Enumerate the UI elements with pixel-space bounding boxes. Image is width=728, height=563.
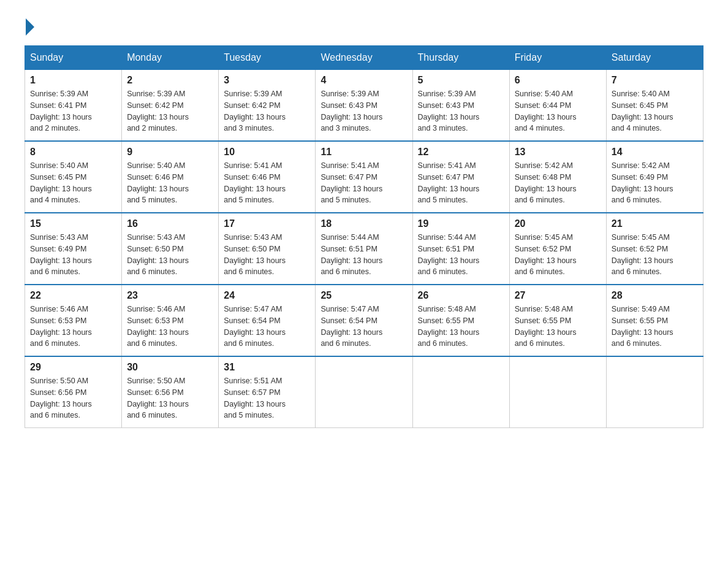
day-info: Sunrise: 5:39 AMSunset: 6:42 PMDaylight:… [224,88,310,134]
calendar-cell: 11 Sunrise: 5:41 AMSunset: 6:47 PMDaylig… [316,141,412,213]
calendar-cell: 31 Sunrise: 5:51 AMSunset: 6:57 PMDaylig… [219,356,316,428]
day-number: 17 [224,218,310,229]
day-info: Sunrise: 5:50 AMSunset: 6:56 PMDaylight:… [127,375,213,421]
day-info: Sunrise: 5:50 AMSunset: 6:56 PMDaylight:… [30,375,116,421]
day-number: 30 [127,362,213,373]
day-info: Sunrise: 5:44 AMSunset: 6:51 PMDaylight:… [320,232,407,278]
day-info: Sunrise: 5:39 AMSunset: 6:43 PMDaylight:… [418,88,504,134]
calendar-week-row: 22 Sunrise: 5:46 AMSunset: 6:53 PMDaylig… [25,285,703,356]
day-number: 21 [612,218,698,229]
day-info: Sunrise: 5:40 AMSunset: 6:46 PMDaylight:… [127,160,213,206]
weekday-header-row: SundayMondayTuesdayWednesdayThursdayFrid… [25,46,703,70]
day-info: Sunrise: 5:46 AMSunset: 6:53 PMDaylight:… [30,304,116,350]
calendar-cell: 9 Sunrise: 5:40 AMSunset: 6:46 PMDayligh… [122,141,219,213]
day-number: 8 [30,147,116,158]
calendar-cell: 8 Sunrise: 5:40 AMSunset: 6:45 PMDayligh… [25,141,122,213]
calendar-cell: 15 Sunrise: 5:43 AMSunset: 6:49 PMDaylig… [25,213,122,285]
day-number: 13 [515,147,601,158]
day-number: 7 [612,75,698,86]
page-header [25,18,703,33]
calendar-cell [316,356,412,428]
logo-arrow-icon [26,18,34,36]
calendar-cell: 7 Sunrise: 5:40 AMSunset: 6:45 PMDayligh… [606,70,703,142]
day-number: 5 [418,75,504,86]
calendar-cell: 22 Sunrise: 5:46 AMSunset: 6:53 PMDaylig… [25,285,122,356]
day-info: Sunrise: 5:43 AMSunset: 6:49 PMDaylight:… [30,232,116,278]
day-info: Sunrise: 5:45 AMSunset: 6:52 PMDaylight:… [612,232,698,278]
day-info: Sunrise: 5:48 AMSunset: 6:55 PMDaylight:… [418,304,504,350]
day-number: 18 [320,218,407,229]
logo-text [25,18,36,36]
calendar-week-row: 8 Sunrise: 5:40 AMSunset: 6:45 PMDayligh… [25,141,703,213]
day-info: Sunrise: 5:39 AMSunset: 6:43 PMDaylight:… [320,88,407,134]
calendar-cell: 18 Sunrise: 5:44 AMSunset: 6:51 PMDaylig… [316,213,412,285]
day-info: Sunrise: 5:40 AMSunset: 6:45 PMDaylight:… [30,160,116,206]
day-info: Sunrise: 5:43 AMSunset: 6:50 PMDaylight:… [224,232,310,278]
day-number: 15 [30,218,116,229]
calendar-week-row: 1 Sunrise: 5:39 AMSunset: 6:41 PMDayligh… [25,70,703,142]
calendar-cell: 6 Sunrise: 5:40 AMSunset: 6:44 PMDayligh… [509,70,606,142]
day-number: 31 [224,362,310,373]
day-number: 28 [612,290,698,301]
calendar-cell [412,356,509,428]
day-number: 9 [127,147,213,158]
calendar-cell: 5 Sunrise: 5:39 AMSunset: 6:43 PMDayligh… [412,70,509,142]
calendar-week-row: 29 Sunrise: 5:50 AMSunset: 6:56 PMDaylig… [25,356,703,428]
weekday-header-friday: Friday [509,46,606,70]
calendar-cell: 23 Sunrise: 5:46 AMSunset: 6:53 PMDaylig… [122,285,219,356]
calendar-cell: 24 Sunrise: 5:47 AMSunset: 6:54 PMDaylig… [219,285,316,356]
day-number: 23 [127,290,213,301]
day-number: 25 [320,290,407,301]
day-number: 22 [30,290,116,301]
day-number: 11 [320,147,407,158]
day-number: 12 [418,147,504,158]
day-info: Sunrise: 5:39 AMSunset: 6:41 PMDaylight:… [30,88,116,134]
weekday-header-tuesday: Tuesday [219,46,316,70]
day-info: Sunrise: 5:41 AMSunset: 6:47 PMDaylight:… [320,160,407,206]
day-info: Sunrise: 5:43 AMSunset: 6:50 PMDaylight:… [127,232,213,278]
calendar-table: SundayMondayTuesdayWednesdayThursdayFrid… [25,45,703,428]
calendar-cell: 20 Sunrise: 5:45 AMSunset: 6:52 PMDaylig… [509,213,606,285]
calendar-cell: 16 Sunrise: 5:43 AMSunset: 6:50 PMDaylig… [122,213,219,285]
calendar-cell: 14 Sunrise: 5:42 AMSunset: 6:49 PMDaylig… [606,141,703,213]
day-info: Sunrise: 5:42 AMSunset: 6:49 PMDaylight:… [612,160,698,206]
day-number: 10 [224,147,310,158]
calendar-week-row: 15 Sunrise: 5:43 AMSunset: 6:49 PMDaylig… [25,213,703,285]
calendar-cell: 21 Sunrise: 5:45 AMSunset: 6:52 PMDaylig… [606,213,703,285]
calendar-cell: 2 Sunrise: 5:39 AMSunset: 6:42 PMDayligh… [122,70,219,142]
day-number: 16 [127,218,213,229]
day-info: Sunrise: 5:46 AMSunset: 6:53 PMDaylight:… [127,304,213,350]
calendar-cell: 26 Sunrise: 5:48 AMSunset: 6:55 PMDaylig… [412,285,509,356]
day-number: 27 [515,290,601,301]
day-number: 29 [30,362,116,373]
weekday-header-saturday: Saturday [606,46,703,70]
day-number: 1 [30,75,116,86]
day-info: Sunrise: 5:45 AMSunset: 6:52 PMDaylight:… [515,232,601,278]
day-info: Sunrise: 5:48 AMSunset: 6:55 PMDaylight:… [515,304,601,350]
day-info: Sunrise: 5:39 AMSunset: 6:42 PMDaylight:… [127,88,213,134]
day-number: 26 [418,290,504,301]
calendar-cell: 25 Sunrise: 5:47 AMSunset: 6:54 PMDaylig… [316,285,412,356]
calendar-cell: 17 Sunrise: 5:43 AMSunset: 6:50 PMDaylig… [219,213,316,285]
day-number: 20 [515,218,601,229]
weekday-header-thursday: Thursday [412,46,509,70]
day-number: 3 [224,75,310,86]
day-number: 14 [612,147,698,158]
day-number: 2 [127,75,213,86]
calendar-cell: 27 Sunrise: 5:48 AMSunset: 6:55 PMDaylig… [509,285,606,356]
calendar-cell: 30 Sunrise: 5:50 AMSunset: 6:56 PMDaylig… [122,356,219,428]
day-number: 6 [515,75,601,86]
calendar-cell: 10 Sunrise: 5:41 AMSunset: 6:46 PMDaylig… [219,141,316,213]
day-info: Sunrise: 5:49 AMSunset: 6:55 PMDaylight:… [612,304,698,350]
weekday-header-wednesday: Wednesday [316,46,412,70]
calendar-cell [606,356,703,428]
calendar-cell: 13 Sunrise: 5:42 AMSunset: 6:48 PMDaylig… [509,141,606,213]
day-info: Sunrise: 5:41 AMSunset: 6:46 PMDaylight:… [224,160,310,206]
day-number: 24 [224,290,310,301]
calendar-cell: 29 Sunrise: 5:50 AMSunset: 6:56 PMDaylig… [25,356,122,428]
calendar-cell: 1 Sunrise: 5:39 AMSunset: 6:41 PMDayligh… [25,70,122,142]
weekday-header-sunday: Sunday [25,46,122,70]
calendar-cell: 19 Sunrise: 5:44 AMSunset: 6:51 PMDaylig… [412,213,509,285]
day-info: Sunrise: 5:44 AMSunset: 6:51 PMDaylight:… [418,232,504,278]
weekday-header-monday: Monday [122,46,219,70]
